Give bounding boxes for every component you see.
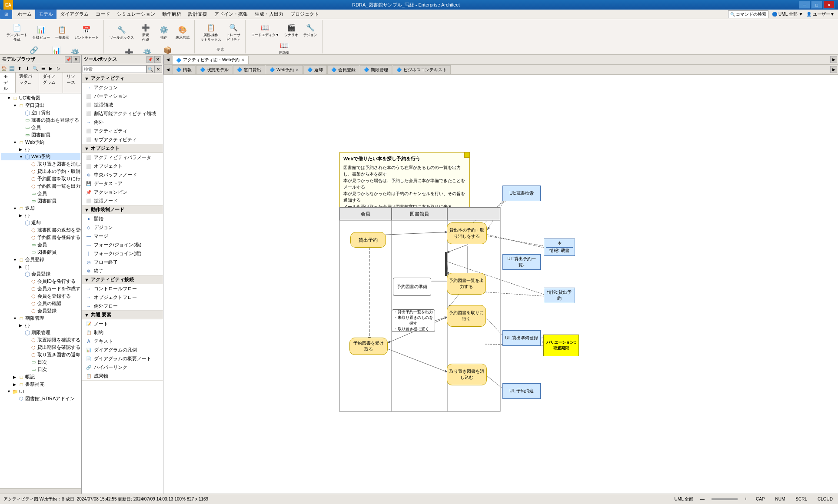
- toolbox-item-central-buffer[interactable]: ⊕ 中央バッファノード: [82, 170, 163, 179]
- menu-diagram[interactable]: ダイアグラム: [57, 10, 92, 19]
- tab-selected[interactable]: 選択パック...: [16, 73, 39, 93]
- toolbox-search-btn[interactable]: 🔍: [146, 65, 154, 73]
- zoom-slider[interactable]: [712, 498, 738, 500]
- tree-item-mr-reg3[interactable]: ◌ 会員登録: [1, 307, 80, 315]
- toolbar-btn-glossary[interactable]: 📖 用語集: [276, 39, 293, 55]
- panel-controls[interactable]: 📌 ✕: [65, 56, 80, 63]
- toolbar-btn-spec[interactable]: 📊 仕様ビュー: [30, 23, 52, 41]
- command-search[interactable]: 🔍 コマンドの検索: [728, 10, 768, 18]
- toolbox-item-interruptible[interactable]: ⬜ 割込可能アクティビティ領域: [82, 109, 163, 118]
- tree-new-btn[interactable]: 🆕: [8, 65, 15, 72]
- activity-output-list[interactable]: 予約図書一覧を出力する: [447, 273, 486, 295]
- panel-pin-btn[interactable]: 📌: [65, 56, 72, 63]
- tree-nav-btn[interactable]: ▶: [47, 65, 54, 72]
- activity-receive[interactable]: 予約図書を受け取る: [349, 338, 388, 355]
- toolbar-btn-list[interactable]: 📋 一覧表示: [53, 23, 71, 41]
- tree-item-member-reg[interactable]: ▼ □ 会員登録: [1, 256, 80, 263]
- tree-item-mr-reg2[interactable]: ◌ 会員を登録する: [1, 292, 80, 300]
- toolbar-btn-tejon[interactable]: 🔧 テジョン: [301, 21, 319, 39]
- tree-item-return-folder[interactable]: ▶ { }: [1, 212, 80, 219]
- toolbar-btn-add[interactable]: ➕ 追加: [120, 46, 138, 55]
- toolbox-item-constraint[interactable]: 📋 制約: [82, 328, 163, 337]
- toolbar-btn-sub[interactable]: 📦 サブウィンドウ: [157, 43, 179, 55]
- uml-menu[interactable]: 🔵 UML 全部 ▼: [772, 11, 803, 17]
- toolbox-section-control-header[interactable]: ▼ 動作装制ノード: [82, 206, 163, 214]
- tree-item-dl-daily1[interactable]: ▭ 日次: [1, 358, 80, 366]
- toolbox-item-legend[interactable]: 📊 ダイアグラムの凡例: [82, 345, 163, 354]
- tab-diagram[interactable]: ダイアグラム: [39, 73, 63, 93]
- tree-item-mr-uc[interactable]: ◯ 会員登録: [1, 270, 80, 278]
- tree-item-return-lib[interactable]: ▭ 図書館員: [1, 249, 80, 256]
- tree-item-kasho[interactable]: ▼ □ 空口貸出: [1, 102, 80, 109]
- tab-scroll-left[interactable]: ◀: [163, 55, 172, 64]
- menu-behavior[interactable]: 動作解析: [159, 10, 185, 19]
- toolbox-search-input[interactable]: [83, 65, 146, 73]
- tree-item-kasho-lib[interactable]: ▭ 図書館員: [1, 131, 80, 139]
- tree-item-dl-uc[interactable]: ◯ 期限管理: [1, 329, 80, 336]
- tree-item-kasho-member[interactable]: ▭ 会員: [1, 124, 80, 131]
- tree-item-uc[interactable]: ▼ □ UC複合図: [1, 94, 80, 102]
- toolbar-btn-display[interactable]: 🎨 表示形式: [173, 23, 192, 41]
- secondary-scroll-left[interactable]: ◀: [163, 65, 172, 74]
- toolbox-item-artifact[interactable]: 📋 成果物: [82, 371, 163, 380]
- tree-item-mr-id[interactable]: ◌ 会員IDを発行する: [1, 278, 80, 285]
- toolbar-btn-template[interactable]: 📄 テンプレート作成: [4, 21, 30, 43]
- toolbox-controls[interactable]: 📌 ✕: [146, 56, 161, 63]
- tab-info[interactable]: 🔷 情報: [172, 65, 196, 74]
- tree-item-return[interactable]: ▼ □ 返却: [1, 205, 80, 212]
- tree-item-return-uc[interactable]: ◯ 返却: [1, 219, 80, 226]
- tab-web-yoyaku-close[interactable]: ✕: [241, 58, 245, 62]
- tree-item-dl-check2[interactable]: ◌ 貸出期限を確認する: [1, 344, 80, 351]
- tree-item-return-member[interactable]: ▭ 会員: [1, 241, 80, 249]
- zoom-plus-btn[interactable]: +: [745, 497, 747, 501]
- tree-item-web-reserve[interactable]: ◌ 貸出本の予約・取消し込: [1, 168, 80, 175]
- ui-yoyaku-cancel[interactable]: UI::予約消込: [502, 383, 541, 399]
- tab-business[interactable]: 🔷 ビジネスコンテキスト: [392, 65, 451, 74]
- tab-window[interactable]: 🔷 窓口貸出: [233, 65, 265, 74]
- tree-item-mr-confirm[interactable]: ◌ 会員の確認: [1, 300, 80, 307]
- ui-kasho-prep[interactable]: UI::貸出準備登録: [502, 330, 541, 346]
- tree-scrollbar[interactable]: [0, 488, 81, 494]
- toolbar-btn-new-diagram[interactable]: ➕ 新規作成: [137, 21, 154, 43]
- toolbox-section-object-header[interactable]: ▼ オブジェクト: [82, 144, 163, 153]
- tree-item-return-res[interactable]: ◌ 予約図書を登録する: [1, 234, 80, 241]
- menu-design[interactable]: 設計支援: [185, 10, 211, 19]
- tree-item-books[interactable]: ▶ □ 書籍補充: [1, 381, 80, 388]
- tab-scroll-right[interactable]: ▶: [830, 56, 837, 63]
- toolbar-btn-diagram-op[interactable]: ⚙️ 操作: [155, 23, 173, 41]
- action-prepare[interactable]: 予約図書の準備: [393, 278, 431, 296]
- toolbar-btn-relation[interactable]: 🔗 関係マトリックス: [21, 43, 47, 55]
- action-multi[interactable]: ・貸出予約一覧を出力 ・未取り置きのものを探す ・取り置き棚に置く: [392, 309, 435, 332]
- toolbox-item-start[interactable]: ● 開始: [82, 214, 163, 223]
- variation-deadline[interactable]: バリエーション::取置期限: [543, 335, 579, 356]
- toolbox-item-fork-v[interactable]: | フォーク/ジョイン(縦): [82, 249, 163, 258]
- ui-kasho-list[interactable]: UI::貸出予約一覧-: [502, 254, 541, 270]
- toolbox-item-end[interactable]: ⊗ 終了: [82, 266, 163, 275]
- toolbox-item-expansion[interactable]: ⬜ 拡張領域: [82, 100, 163, 109]
- tree-item-web-folder[interactable]: ▶ { }: [1, 146, 80, 153]
- tree-item-web-uc[interactable]: ▼ ◯ Web予約: [1, 153, 80, 160]
- toolbox-pin-btn[interactable]: 📌: [146, 56, 153, 63]
- tree-item-ui[interactable]: ▼ 📁 UI: [1, 388, 80, 395]
- tree-item-dl-daily2[interactable]: ▭ 日次: [1, 366, 80, 373]
- tab-web[interactable]: 🔷 Web予約 ✕: [266, 65, 303, 74]
- toolbar-btn-cap[interactable]: 📊 キャップ分析: [47, 43, 66, 55]
- tree-up-btn[interactable]: ⬆: [16, 65, 23, 72]
- toolbox-item-datastore[interactable]: 💾 データストア: [82, 179, 163, 188]
- toolbox-item-overview[interactable]: 📄 ダイアグラムの概要ノート: [82, 354, 163, 363]
- toolbox-item-action[interactable]: → アクション: [82, 83, 163, 92]
- toolbox-item-decision[interactable]: ◇ デジョン: [82, 223, 163, 232]
- menu-code[interactable]: コード: [92, 10, 113, 19]
- toolbox-item-fork-h[interactable]: — フォーク/ジョイン(横): [82, 240, 163, 249]
- toolbar-btn-code-editor[interactable]: 📖 コードエディタ▼: [249, 21, 281, 39]
- tree-item-kasho-uc[interactable]: ◯ 空口貸出: [1, 109, 80, 116]
- toolbar-btn-scenario[interactable]: 🎬 シナリオ: [282, 21, 300, 39]
- tree-item-web-member[interactable]: ▭ 会員: [1, 190, 80, 197]
- window-controls[interactable]: ─ □ ✕: [799, 1, 835, 9]
- tab-web-close[interactable]: ✕: [296, 68, 299, 72]
- menu-project[interactable]: プロジェクト: [287, 10, 323, 19]
- toolbox-item-exception-flow[interactable]: → 例外フロー: [82, 302, 163, 310]
- tree-item-dl-folder[interactable]: ▶ { }: [1, 322, 80, 329]
- menu-simulation[interactable]: シミュレーション: [113, 10, 159, 19]
- toolbox-item-exception[interactable]: → 例外: [82, 118, 163, 126]
